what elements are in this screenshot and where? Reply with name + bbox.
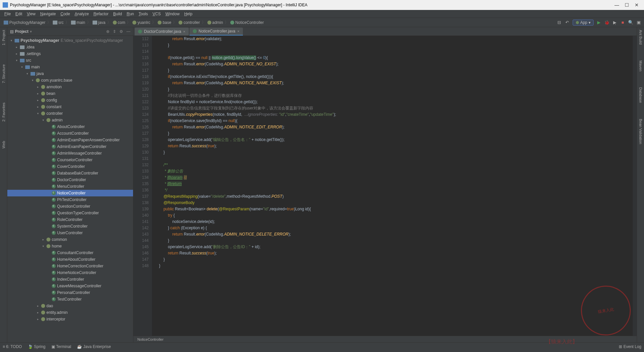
breadcrumb-item[interactable]: base (157, 20, 172, 25)
breadcrumb-item[interactable]: admin (206, 20, 224, 25)
project-tree[interactable]: ▾PsychologyManagerE:\idea_space\Psycholo… (7, 36, 133, 342)
tool-maven[interactable]: Maven (639, 59, 643, 73)
tree-node[interactable]: NoticeController (7, 190, 133, 196)
debug-button[interactable]: 🐞 (604, 20, 609, 25)
tree-node[interactable]: CoverController (7, 163, 133, 170)
tree-node[interactable]: ConsultantController (7, 249, 133, 256)
close-tab-icon[interactable]: × (237, 29, 239, 33)
menu-code[interactable]: Code (58, 12, 72, 16)
tree-node[interactable]: RoleController (7, 216, 133, 223)
tree-node[interactable]: AdminExamPaperController (7, 143, 133, 150)
editor-breadcrumb[interactable]: NoticeController (133, 336, 637, 342)
close-button[interactable]: ✕ (635, 3, 639, 7)
tree-node[interactable]: CounselorController (7, 157, 133, 163)
tree-node[interactable]: ▾main (7, 64, 133, 70)
bottom-tool[interactable]: 🍃 Spring (28, 344, 45, 349)
menu-refactor[interactable]: Refactor (91, 12, 111, 16)
tree-root[interactable]: ▾PsychologyManagerE:\idea_space\Psycholo… (7, 37, 133, 44)
event-log-button[interactable]: Event Log (623, 344, 641, 349)
menu-window[interactable]: Window (163, 12, 182, 16)
breadcrumb-item[interactable]: java (92, 20, 107, 25)
tree-node[interactable]: ▸bean (7, 90, 133, 97)
minimize-button[interactable]: — (615, 3, 619, 7)
menu-navigate[interactable]: Navigate (38, 12, 58, 16)
run-config-dropdown[interactable]: ⬢App▾ (573, 20, 594, 26)
breadcrumb-item[interactable]: yuanlrc (131, 20, 151, 25)
tree-node[interactable]: ▸annotion (7, 84, 133, 90)
tree-node[interactable]: HomeNoticeController (7, 269, 133, 276)
menu-help[interactable]: Help (182, 12, 195, 16)
menu-file[interactable]: File (2, 12, 13, 16)
tool-database[interactable]: Database (639, 86, 643, 104)
back-icon[interactable]: ↶ (565, 20, 570, 25)
maximize-button[interactable]: ☐ (625, 3, 629, 7)
tree-node[interactable]: QuestionTypeController (7, 210, 133, 216)
tree-node[interactable]: UserController (7, 230, 133, 236)
tree-node[interactable]: IndexController (7, 276, 133, 283)
breadcrumb-item[interactable]: controller (178, 20, 201, 25)
tree-node[interactable]: ▸.idea (7, 44, 133, 50)
close-tab-icon[interactable]: × (183, 30, 185, 34)
tree-node[interactable]: ▾admin (7, 117, 133, 123)
locate-icon[interactable]: ⊕ (106, 29, 109, 34)
menu-build[interactable]: Build (111, 12, 124, 16)
tree-node[interactable]: AdminExamPaperAnswerController (7, 137, 133, 143)
tree-node[interactable]: ▾src (7, 57, 133, 64)
tree-node[interactable]: QuestionController (7, 203, 133, 210)
tool-web[interactable]: Web (2, 140, 6, 150)
stop-button[interactable]: ■ (620, 20, 625, 25)
tool-ant-build[interactable]: Ant Build (639, 29, 643, 46)
collapse-all-icon[interactable]: ⇕ (113, 29, 116, 34)
tool-7-structure[interactable]: 7: Structure (2, 63, 6, 85)
settings-gear-icon[interactable]: ⚙ (119, 29, 123, 34)
run-button[interactable]: ▶ (596, 20, 602, 25)
breadcrumb-item[interactable]: com (112, 20, 126, 25)
tree-node[interactable]: AdminMessageController (7, 150, 133, 157)
breadcrumb-item[interactable]: PsychologyManager (3, 20, 46, 25)
tree-node[interactable]: ▸.settings (7, 50, 133, 57)
tree-node[interactable]: PhTestController (7, 196, 133, 203)
tree-node[interactable]: HomeAboutController (7, 256, 133, 263)
hide-icon[interactable]: — (126, 29, 130, 34)
tree-node[interactable]: AboutController (7, 123, 133, 130)
editor-tab[interactable]: NoticeController.java× (189, 28, 243, 35)
menu-vcs[interactable]: VCS (150, 12, 163, 16)
bottom-tool[interactable]: ☕ Java Enterprise (77, 344, 111, 349)
breadcrumb-item[interactable]: NoticeController (229, 20, 265, 25)
tree-node[interactable]: AccountController (7, 130, 133, 137)
tree-node[interactable]: ▸config (7, 97, 133, 104)
settings-icon[interactable]: ▣ (636, 20, 641, 25)
collapse-icon[interactable]: ⊟ (557, 20, 562, 25)
tool-bean-validation[interactable]: Bean Validation (639, 117, 643, 145)
tree-node[interactable]: ▾home (7, 243, 133, 249)
tree-node[interactable]: ▾controller (7, 110, 133, 117)
tree-node[interactable]: ▸dao (7, 303, 133, 309)
menu-edit[interactable]: Edit (13, 12, 25, 16)
breadcrumb-item[interactable]: src (52, 20, 65, 25)
tree-node[interactable]: TestController (7, 296, 133, 303)
tree-node[interactable]: PersonalController (7, 289, 133, 296)
error-stripe[interactable] (633, 36, 637, 336)
tree-node[interactable]: MenuController (7, 183, 133, 190)
tree-node[interactable]: DoctorController (7, 176, 133, 183)
tree-node[interactable]: ▾java (7, 70, 133, 77)
tree-node[interactable]: LeaveMessageController (7, 283, 133, 289)
tree-node[interactable]: ▸entity.admin (7, 309, 133, 316)
coverage-button[interactable]: ▶̣ (612, 20, 617, 25)
bottom-tool[interactable]: ≡ 6: TODO (3, 344, 22, 349)
menu-analyze[interactable]: Analyze (72, 12, 91, 16)
tool-1-project[interactable]: 1: Project (2, 29, 6, 46)
tree-node[interactable]: ▸constant (7, 104, 133, 110)
bottom-tool[interactable]: ▣ Terminal (51, 344, 71, 349)
tool-2-favorites[interactable]: 2: Favorites (2, 101, 6, 123)
tree-node[interactable]: HomeCorrectionController (7, 263, 133, 269)
line-gutter[interactable]: 1121131141151161171181191201211221231241… (133, 36, 152, 336)
menu-run[interactable]: Run (124, 12, 136, 16)
breadcrumb-item[interactable]: main (70, 20, 86, 25)
menu-tools[interactable]: Tools (136, 12, 150, 16)
search-button[interactable]: 🔍 (628, 20, 633, 25)
menu-view[interactable]: View (25, 12, 38, 16)
tree-node[interactable]: ▾com.yuanlrc.base (7, 77, 133, 84)
editor-tab[interactable]: DoctorController.java× (135, 28, 189, 35)
tree-node[interactable]: ▸common (7, 236, 133, 243)
